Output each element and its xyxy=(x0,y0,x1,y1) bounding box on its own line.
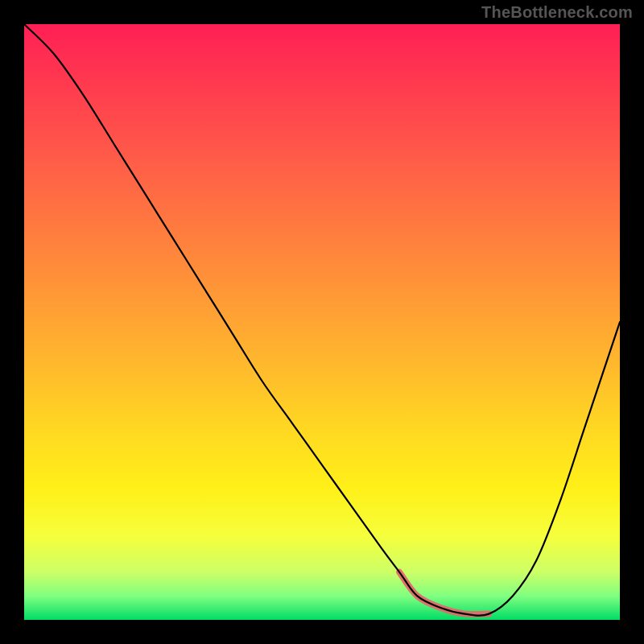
bottleneck-curve-svg xyxy=(24,24,620,620)
curve-main-line xyxy=(24,24,620,616)
chart-frame: TheBottleneck.com xyxy=(0,0,644,644)
curve-highlight-segment xyxy=(399,572,489,614)
watermark-text: TheBottleneck.com xyxy=(481,3,633,22)
plot-area xyxy=(24,24,620,620)
